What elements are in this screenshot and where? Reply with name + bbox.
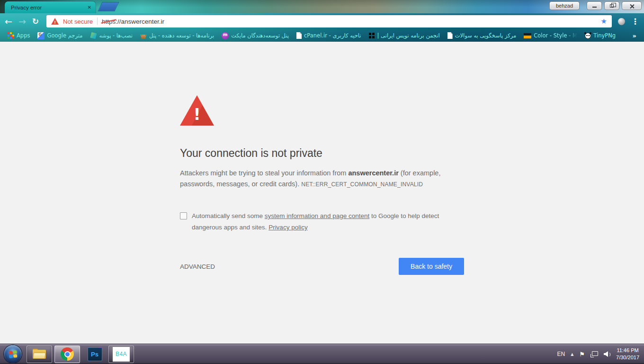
clock-time: 11:46 PM [616,347,639,354]
bookmark-cpanel[interactable]: cPanel.ir - ناحیه کاربری [293,32,365,39]
bookmark-answer-center[interactable]: مرکز پاسخگویی به سوالات [444,32,520,39]
url-text[interactable]: https://answercenter.ir [102,18,164,25]
profile-badge[interactable]: behzad [549,1,580,10]
clock-date: 7/30/2017 [616,354,639,361]
bookmark-label: برنامه‌ها - توسعه دهنده - پنل [149,32,214,39]
advanced-button[interactable]: ADVANCED [180,263,215,270]
report-row: Automatically send some system informati… [180,210,464,233]
taskbar-b4a[interactable]: B4A [108,346,134,363]
send-report-checkbox[interactable] [180,212,187,219]
bookmark-label: نصب‌ها - پوشه [99,32,132,39]
error-page-column: ! Your connection is not private Attacke… [180,95,464,275]
struck-https-scheme: https [102,18,116,25]
apps-grid-icon [8,32,14,39]
tab-close-icon[interactable]: ✕ [88,5,91,10]
bookmark-label: مترجم Google [47,32,82,39]
bookmark-tinypng[interactable]: TinyPNg [581,32,619,39]
photoshop-icon: Ps [88,347,102,361]
google-translate-icon [37,32,45,39]
bookmark-label: مرکز پاسخگویی به سوالات [455,32,517,39]
error-footer: ADVANCED Back to safety [180,258,464,275]
back-to-safety-button[interactable]: Back to safety [399,258,464,275]
page-icon [447,32,453,39]
volume-icon[interactable] [604,351,610,357]
minimize-button[interactable] [587,1,602,10]
install-shape-icon [90,32,97,39]
page-title: Your connection is not private [180,147,464,160]
attacked-domain: answercenter.ir [348,169,398,177]
black-yellow-flag-icon [524,33,531,38]
panda-icon [585,33,591,39]
back-button[interactable]: ← [5,17,12,26]
new-tab-button[interactable] [98,2,118,11]
error-code: NET::ERR_CERT_COMMON_NAME_INVALID [301,181,423,188]
bookmark-bazaar-panel[interactable]: برنامه‌ها - توسعه دهنده - پنل [136,32,218,39]
tab-privacy-error[interactable]: Privacy error ✕ [5,1,96,13]
browser-toolbar-area: ← → ↻ Not secure https://answercenter.ir… [0,13,644,42]
language-indicator[interactable]: EN [557,351,565,357]
windows-taskbar: Ps B4A EN ▲ ⚑ 11:46 PM 7/30/2017 [0,344,644,364]
chrome-icon [61,347,74,361]
maximize-button[interactable] [604,1,619,10]
basket-icon [140,35,147,39]
minimize-icon [592,7,597,8]
page-icon [296,32,302,39]
bookmark-google-translate[interactable]: مترجم Google [34,32,86,39]
close-icon [630,4,634,8]
reload-button[interactable]: ↻ [32,18,39,26]
tab-title: Privacy error [11,5,88,10]
bookmark-label: TinyPNg [593,32,616,39]
window-controls: behzad [549,1,642,10]
url-host: ://answercenter.ir [116,18,164,25]
bookmark-myket-panel[interactable]: پنل توسعه‌دهندگان مایکت [218,32,293,39]
restore-icon [610,4,614,8]
bookmark-label: Apps [17,32,30,39]
taskbar-google-chrome[interactable] [54,346,80,363]
action-center-flag-icon[interactable]: ⚑ [579,351,585,358]
exclamation-mark: ! [193,107,200,122]
bookmark-installs-folder[interactable]: نصب‌ها - پوشه [86,32,136,39]
bookmark-label: پنل توسعه‌دهندگان مایکت [231,32,289,39]
start-button[interactable] [4,345,22,363]
error-page: ! Your connection is not private Attacke… [0,42,644,344]
bookmark-label: Color - Style - Materi [534,32,577,39]
show-hidden-icons-icon[interactable]: ▲ [571,352,573,356]
system-info-link[interactable]: system information and page content [265,212,369,219]
not-secure-warning-icon[interactable] [51,18,59,25]
b4a-icon: B4A [113,347,130,362]
navigation-toolbar: ← → ↻ Not secure https://answercenter.ir… [0,13,644,29]
browser-titlebar: Privacy error ✕ behzad [0,0,644,13]
report-text-1: Automatically send some [192,212,265,219]
address-bar[interactable]: Not secure https://answercenter.ir ★ [46,15,612,27]
explorer-folder-icon [33,349,46,359]
myket-icon [222,32,229,39]
security-chip[interactable]: Not secure [63,18,93,25]
taskbar-clock[interactable]: 11:46 PM 7/30/2017 [616,347,639,361]
taskbar-windows-explorer[interactable] [27,346,52,363]
omnibox-divider [97,18,98,25]
windows-logo-icon [9,350,17,358]
bookmark-programmer-forum[interactable]: انجمن برنامه نویس ایرانی | [365,32,444,39]
bookmark-label: cPanel.ir - ناحیه کاربری [304,32,361,39]
taskbar-photoshop[interactable]: Ps [83,346,106,363]
black-grid-icon [369,33,375,39]
warning-triangle-icon: ! [180,95,214,126]
bookmark-star-icon[interactable]: ★ [601,17,607,26]
error-description: Attackers might be trying to steal your … [180,168,464,190]
system-tray: EN ▲ ⚑ 11:46 PM 7/30/2017 [557,347,644,361]
body-before-domain: Attackers might be trying to steal your … [180,169,348,177]
report-label: Automatically send some system informati… [192,210,464,233]
forward-button[interactable]: → [18,17,26,26]
network-icon[interactable] [590,351,598,357]
close-button[interactable] [622,1,642,10]
bookmark-apps[interactable]: Apps [4,32,34,39]
bookmarks-overflow-chevron[interactable]: » [629,32,640,39]
bookmark-color-style[interactable]: Color - Style - Materi [520,32,581,39]
privacy-policy-link[interactable]: Privacy policy [268,224,308,231]
browser-menu-icon[interactable]: ⋮ [631,17,639,26]
bookmark-label: انجمن برنامه نویس ایرانی | [377,32,440,39]
extension-icon[interactable] [618,18,625,25]
bookmarks-bar: Apps مترجم Google نصب‌ها - پوشه برنامه‌ه… [0,29,644,42]
